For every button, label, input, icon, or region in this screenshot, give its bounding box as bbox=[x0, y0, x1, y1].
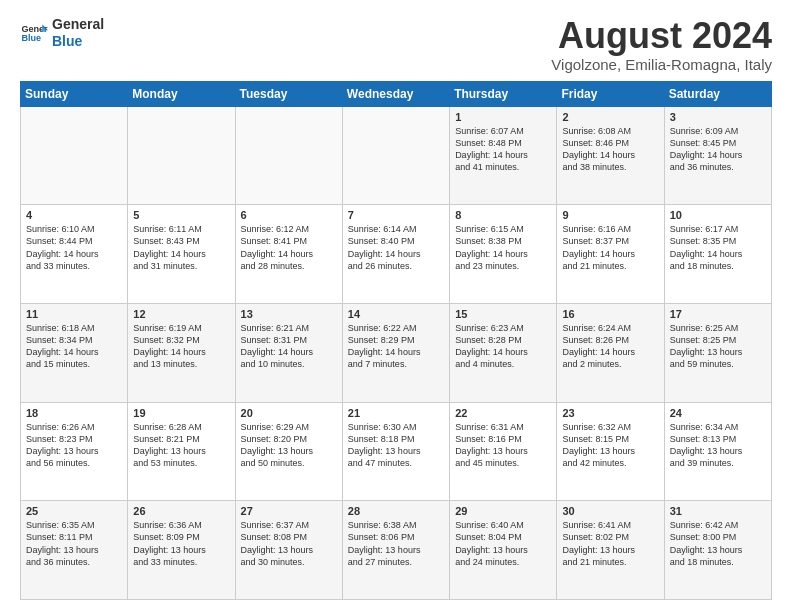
empty-cell bbox=[235, 106, 342, 205]
day-number: 16 bbox=[562, 308, 658, 320]
day-number: 28 bbox=[348, 505, 444, 517]
day-number: 26 bbox=[133, 505, 229, 517]
day-number: 18 bbox=[26, 407, 122, 419]
cell-content: Sunrise: 6:40 AM Sunset: 8:04 PM Dayligh… bbox=[455, 519, 551, 568]
day-number: 20 bbox=[241, 407, 337, 419]
cell-content: Sunrise: 6:42 AM Sunset: 8:00 PM Dayligh… bbox=[670, 519, 766, 568]
cell-content: Sunrise: 6:36 AM Sunset: 8:09 PM Dayligh… bbox=[133, 519, 229, 568]
day-cell-5: 5Sunrise: 6:11 AM Sunset: 8:43 PM Daylig… bbox=[128, 205, 235, 304]
day-cell-23: 23Sunrise: 6:32 AM Sunset: 8:15 PM Dayli… bbox=[557, 402, 664, 501]
day-number: 22 bbox=[455, 407, 551, 419]
day-number: 29 bbox=[455, 505, 551, 517]
day-number: 6 bbox=[241, 209, 337, 221]
empty-cell bbox=[342, 106, 449, 205]
cell-content: Sunrise: 6:21 AM Sunset: 8:31 PM Dayligh… bbox=[241, 322, 337, 371]
cell-content: Sunrise: 6:19 AM Sunset: 8:32 PM Dayligh… bbox=[133, 322, 229, 371]
location: Vigolzone, Emilia-Romagna, Italy bbox=[551, 56, 772, 73]
cell-content: Sunrise: 6:10 AM Sunset: 8:44 PM Dayligh… bbox=[26, 223, 122, 272]
cell-content: Sunrise: 6:23 AM Sunset: 8:28 PM Dayligh… bbox=[455, 322, 551, 371]
cell-content: Sunrise: 6:15 AM Sunset: 8:38 PM Dayligh… bbox=[455, 223, 551, 272]
day-cell-3: 3Sunrise: 6:09 AM Sunset: 8:45 PM Daylig… bbox=[664, 106, 771, 205]
day-cell-22: 22Sunrise: 6:31 AM Sunset: 8:16 PM Dayli… bbox=[450, 402, 557, 501]
day-cell-24: 24Sunrise: 6:34 AM Sunset: 8:13 PM Dayli… bbox=[664, 402, 771, 501]
cell-content: Sunrise: 6:26 AM Sunset: 8:23 PM Dayligh… bbox=[26, 421, 122, 470]
day-header-thursday: Thursday bbox=[450, 81, 557, 106]
day-cell-19: 19Sunrise: 6:28 AM Sunset: 8:21 PM Dayli… bbox=[128, 402, 235, 501]
day-cell-15: 15Sunrise: 6:23 AM Sunset: 8:28 PM Dayli… bbox=[450, 303, 557, 402]
day-cell-8: 8Sunrise: 6:15 AM Sunset: 8:38 PM Daylig… bbox=[450, 205, 557, 304]
day-number: 3 bbox=[670, 111, 766, 123]
day-cell-2: 2Sunrise: 6:08 AM Sunset: 8:46 PM Daylig… bbox=[557, 106, 664, 205]
day-number: 14 bbox=[348, 308, 444, 320]
cell-content: Sunrise: 6:34 AM Sunset: 8:13 PM Dayligh… bbox=[670, 421, 766, 470]
day-number: 1 bbox=[455, 111, 551, 123]
day-cell-7: 7Sunrise: 6:14 AM Sunset: 8:40 PM Daylig… bbox=[342, 205, 449, 304]
day-cell-21: 21Sunrise: 6:30 AM Sunset: 8:18 PM Dayli… bbox=[342, 402, 449, 501]
day-number: 19 bbox=[133, 407, 229, 419]
day-number: 12 bbox=[133, 308, 229, 320]
logo-text: General Blue bbox=[52, 16, 104, 50]
week-row-3: 11Sunrise: 6:18 AM Sunset: 8:34 PM Dayli… bbox=[21, 303, 772, 402]
day-cell-27: 27Sunrise: 6:37 AM Sunset: 8:08 PM Dayli… bbox=[235, 501, 342, 600]
logo: General Blue General Blue bbox=[20, 16, 104, 50]
day-header-friday: Friday bbox=[557, 81, 664, 106]
header-row: SundayMondayTuesdayWednesdayThursdayFrid… bbox=[21, 81, 772, 106]
calendar-page: General Blue General Blue August 2024 Vi… bbox=[0, 0, 792, 612]
day-number: 21 bbox=[348, 407, 444, 419]
week-row-4: 18Sunrise: 6:26 AM Sunset: 8:23 PM Dayli… bbox=[21, 402, 772, 501]
day-number: 7 bbox=[348, 209, 444, 221]
day-number: 31 bbox=[670, 505, 766, 517]
day-cell-25: 25Sunrise: 6:35 AM Sunset: 8:11 PM Dayli… bbox=[21, 501, 128, 600]
day-cell-17: 17Sunrise: 6:25 AM Sunset: 8:25 PM Dayli… bbox=[664, 303, 771, 402]
svg-text:Blue: Blue bbox=[21, 33, 41, 43]
week-row-1: 1Sunrise: 6:07 AM Sunset: 8:48 PM Daylig… bbox=[21, 106, 772, 205]
cell-content: Sunrise: 6:25 AM Sunset: 8:25 PM Dayligh… bbox=[670, 322, 766, 371]
cell-content: Sunrise: 6:35 AM Sunset: 8:11 PM Dayligh… bbox=[26, 519, 122, 568]
week-row-5: 25Sunrise: 6:35 AM Sunset: 8:11 PM Dayli… bbox=[21, 501, 772, 600]
cell-content: Sunrise: 6:08 AM Sunset: 8:46 PM Dayligh… bbox=[562, 125, 658, 174]
cell-content: Sunrise: 6:17 AM Sunset: 8:35 PM Dayligh… bbox=[670, 223, 766, 272]
cell-content: Sunrise: 6:38 AM Sunset: 8:06 PM Dayligh… bbox=[348, 519, 444, 568]
day-cell-9: 9Sunrise: 6:16 AM Sunset: 8:37 PM Daylig… bbox=[557, 205, 664, 304]
day-header-saturday: Saturday bbox=[664, 81, 771, 106]
day-cell-10: 10Sunrise: 6:17 AM Sunset: 8:35 PM Dayli… bbox=[664, 205, 771, 304]
day-cell-30: 30Sunrise: 6:41 AM Sunset: 8:02 PM Dayli… bbox=[557, 501, 664, 600]
cell-content: Sunrise: 6:07 AM Sunset: 8:48 PM Dayligh… bbox=[455, 125, 551, 174]
calendar-table: SundayMondayTuesdayWednesdayThursdayFrid… bbox=[20, 81, 772, 600]
month-title: August 2024 bbox=[551, 16, 772, 56]
day-cell-29: 29Sunrise: 6:40 AM Sunset: 8:04 PM Dayli… bbox=[450, 501, 557, 600]
day-cell-4: 4Sunrise: 6:10 AM Sunset: 8:44 PM Daylig… bbox=[21, 205, 128, 304]
day-header-tuesday: Tuesday bbox=[235, 81, 342, 106]
cell-content: Sunrise: 6:11 AM Sunset: 8:43 PM Dayligh… bbox=[133, 223, 229, 272]
day-number: 2 bbox=[562, 111, 658, 123]
day-cell-28: 28Sunrise: 6:38 AM Sunset: 8:06 PM Dayli… bbox=[342, 501, 449, 600]
day-number: 27 bbox=[241, 505, 337, 517]
title-block: August 2024 Vigolzone, Emilia-Romagna, I… bbox=[551, 16, 772, 73]
cell-content: Sunrise: 6:32 AM Sunset: 8:15 PM Dayligh… bbox=[562, 421, 658, 470]
day-number: 9 bbox=[562, 209, 658, 221]
cell-content: Sunrise: 6:24 AM Sunset: 8:26 PM Dayligh… bbox=[562, 322, 658, 371]
day-cell-13: 13Sunrise: 6:21 AM Sunset: 8:31 PM Dayli… bbox=[235, 303, 342, 402]
day-cell-11: 11Sunrise: 6:18 AM Sunset: 8:34 PM Dayli… bbox=[21, 303, 128, 402]
day-number: 4 bbox=[26, 209, 122, 221]
day-cell-1: 1Sunrise: 6:07 AM Sunset: 8:48 PM Daylig… bbox=[450, 106, 557, 205]
empty-cell bbox=[128, 106, 235, 205]
week-row-2: 4Sunrise: 6:10 AM Sunset: 8:44 PM Daylig… bbox=[21, 205, 772, 304]
header: General Blue General Blue August 2024 Vi… bbox=[20, 16, 772, 73]
cell-content: Sunrise: 6:22 AM Sunset: 8:29 PM Dayligh… bbox=[348, 322, 444, 371]
day-cell-31: 31Sunrise: 6:42 AM Sunset: 8:00 PM Dayli… bbox=[664, 501, 771, 600]
day-cell-14: 14Sunrise: 6:22 AM Sunset: 8:29 PM Dayli… bbox=[342, 303, 449, 402]
day-number: 24 bbox=[670, 407, 766, 419]
day-number: 23 bbox=[562, 407, 658, 419]
cell-content: Sunrise: 6:12 AM Sunset: 8:41 PM Dayligh… bbox=[241, 223, 337, 272]
day-number: 13 bbox=[241, 308, 337, 320]
day-cell-16: 16Sunrise: 6:24 AM Sunset: 8:26 PM Dayli… bbox=[557, 303, 664, 402]
day-number: 17 bbox=[670, 308, 766, 320]
day-cell-12: 12Sunrise: 6:19 AM Sunset: 8:32 PM Dayli… bbox=[128, 303, 235, 402]
empty-cell bbox=[21, 106, 128, 205]
day-number: 25 bbox=[26, 505, 122, 517]
cell-content: Sunrise: 6:30 AM Sunset: 8:18 PM Dayligh… bbox=[348, 421, 444, 470]
day-header-monday: Monday bbox=[128, 81, 235, 106]
day-cell-20: 20Sunrise: 6:29 AM Sunset: 8:20 PM Dayli… bbox=[235, 402, 342, 501]
day-header-sunday: Sunday bbox=[21, 81, 128, 106]
